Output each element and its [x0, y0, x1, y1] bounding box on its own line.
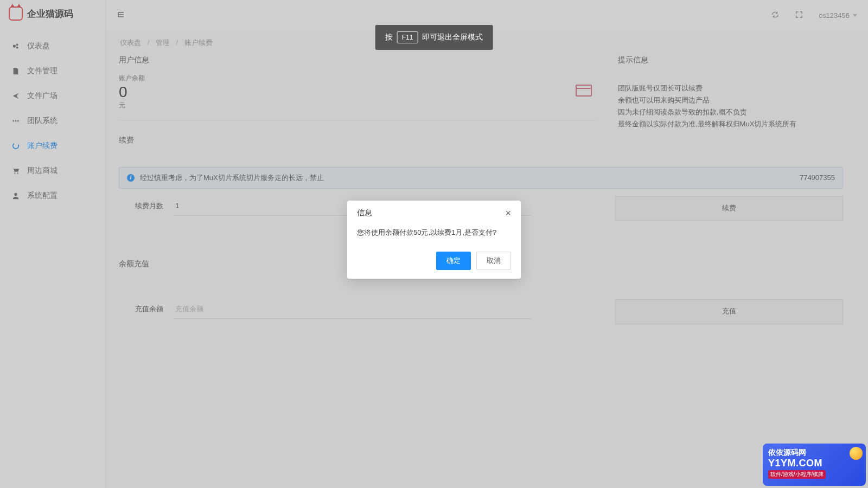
- watermark-domain: Y1YM.COM: [768, 458, 860, 469]
- watermark: 依依源码网 Y1YM.COM 软件/游戏/小程序/棋牌: [763, 444, 866, 486]
- toast-key: F11: [397, 31, 418, 43]
- confirm-modal: 信息 × 您将使用余额付款50元,以续费1月,是否支付? 确定 取消: [347, 201, 521, 279]
- modal-title: 信息: [357, 208, 372, 218]
- fullscreen-toast: 按 F11 即可退出全屏模式: [375, 25, 493, 50]
- close-icon[interactable]: ×: [505, 208, 511, 218]
- modal-overlay: 信息 × 您将使用余额付款50元,以续费1月,是否支付? 确定 取消: [0, 0, 868, 488]
- toast-suffix: 即可退出全屏模式: [422, 33, 483, 42]
- toast-prefix: 按: [385, 33, 393, 42]
- modal-body: 您将使用余额付款50元,以续费1月,是否支付?: [347, 222, 521, 247]
- confirm-button[interactable]: 确定: [436, 252, 471, 270]
- watermark-title: 依依源码网: [768, 448, 860, 458]
- cancel-button[interactable]: 取消: [476, 252, 511, 270]
- watermark-badge-icon: [850, 447, 863, 460]
- watermark-tags: 软件/游戏/小程序/棋牌: [768, 470, 826, 479]
